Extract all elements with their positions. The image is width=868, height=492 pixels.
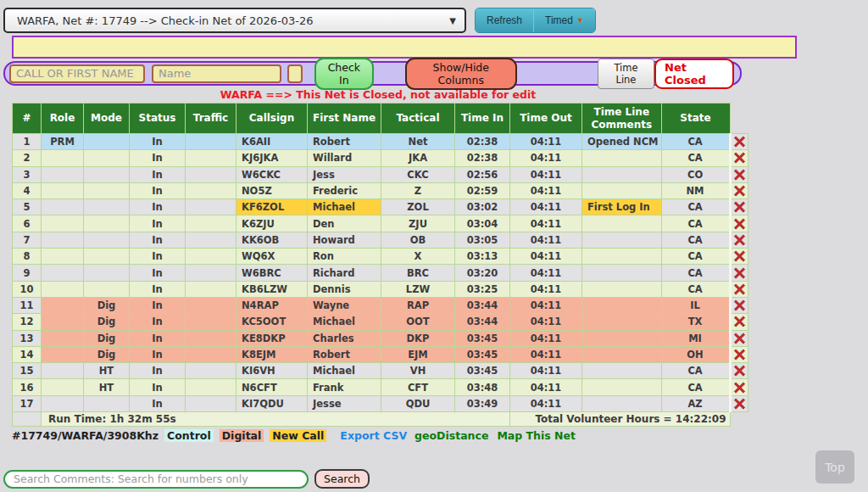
column-header[interactable]: Time Out bbox=[510, 103, 582, 134]
delete-row-button[interactable] bbox=[730, 150, 748, 166]
cell-tactical: X bbox=[381, 249, 455, 265]
delete-row-button[interactable] bbox=[730, 363, 748, 379]
table-row: 17InKI7QDUJesseQDU03:4904:11AZ bbox=[13, 395, 748, 411]
cell-mode bbox=[84, 395, 130, 411]
column-header[interactable]: # bbox=[13, 103, 42, 134]
delete-row-button[interactable] bbox=[730, 249, 748, 265]
delete-row-button[interactable] bbox=[730, 379, 748, 395]
cell-time_in: 02:38 bbox=[455, 134, 510, 150]
column-header[interactable]: State bbox=[661, 103, 730, 134]
check-in-button[interactable]: Check In bbox=[314, 58, 374, 90]
column-header[interactable]: Callsign bbox=[236, 103, 308, 134]
cell-status: In bbox=[130, 166, 186, 182]
cell-status: In bbox=[130, 215, 186, 232]
red-x-icon bbox=[733, 185, 746, 197]
cell-first_name: Willard bbox=[308, 150, 381, 166]
cell-role bbox=[42, 330, 84, 346]
cell-role bbox=[42, 297, 84, 313]
delete-row-button[interactable] bbox=[730, 314, 748, 330]
cell-first_name: Howard bbox=[308, 232, 381, 248]
red-x-icon bbox=[733, 283, 746, 295]
export-csv-link[interactable]: Export CSV bbox=[340, 429, 407, 442]
call-or-first-name-input[interactable] bbox=[9, 64, 145, 83]
table-row: 11DigInN4RAPWayneRAP03:4404:11IL bbox=[13, 297, 748, 313]
cell-comments bbox=[582, 232, 662, 248]
cell-status: In bbox=[130, 363, 186, 379]
column-header[interactable]: First Name bbox=[308, 103, 381, 134]
table-row: 12DigInKC5OOTMichaelOOT03:4404:11TX bbox=[13, 314, 748, 330]
table-row: 2InKJ6JKAWillardJKA02:3804:11CA bbox=[13, 150, 748, 166]
delete-row-button[interactable] bbox=[730, 346, 748, 362]
cell-num: 16 bbox=[13, 379, 42, 395]
scroll-to-top-button[interactable]: Top bbox=[815, 450, 854, 484]
delete-row-button[interactable] bbox=[730, 215, 748, 232]
cell-time_out: 04:11 bbox=[510, 199, 582, 215]
cell-status: In bbox=[130, 182, 186, 198]
show-hide-columns-button[interactable]: Show/Hide Columns bbox=[405, 58, 517, 90]
column-header[interactable]: Traffic bbox=[186, 103, 236, 134]
cell-status: In bbox=[130, 265, 186, 281]
search-comments-input[interactable] bbox=[3, 470, 309, 489]
legend-row: #17749/WARFA/3908Khz Control Digital New… bbox=[12, 429, 868, 442]
name-input[interactable] bbox=[152, 64, 281, 83]
delete-row-button[interactable] bbox=[730, 395, 748, 411]
geo-distance-link[interactable]: geoDistance bbox=[415, 429, 488, 442]
cell-comments bbox=[582, 182, 662, 198]
delete-row-button[interactable] bbox=[730, 134, 748, 150]
column-header[interactable]: Mode bbox=[84, 103, 130, 134]
cell-callsign: KI6VH bbox=[236, 363, 308, 379]
cell-comments bbox=[582, 363, 662, 379]
red-x-icon bbox=[733, 152, 746, 164]
column-header[interactable]: Time Line Comments bbox=[582, 103, 662, 134]
cell-status: In bbox=[130, 346, 186, 362]
delete-row-button[interactable] bbox=[730, 166, 748, 182]
column-header[interactable]: Time In bbox=[455, 103, 510, 134]
net-select[interactable]: WARFA, Net #: 17749 --> Check-in Net of … bbox=[3, 8, 466, 33]
cell-num: 6 bbox=[13, 215, 42, 232]
cell-status: In bbox=[130, 330, 186, 346]
cell-tactical: Net bbox=[381, 134, 455, 150]
cell-state: CA bbox=[661, 281, 730, 297]
delete-row-button[interactable] bbox=[730, 281, 748, 297]
cell-comments: First Log In bbox=[582, 199, 662, 215]
column-header[interactable]: Role bbox=[42, 103, 84, 134]
checkin-table: #RoleModeStatusTrafficCallsignFirst Name… bbox=[12, 103, 748, 427]
red-x-icon bbox=[733, 267, 746, 279]
column-header[interactable]: Status bbox=[130, 103, 186, 134]
delete-row-button[interactable] bbox=[730, 330, 748, 346]
timed-button[interactable]: Timed ▼ bbox=[533, 8, 595, 32]
delete-row-button[interactable] bbox=[730, 182, 748, 198]
cell-first_name: Dennis bbox=[308, 281, 381, 297]
map-this-net-link[interactable]: Map This Net bbox=[497, 429, 576, 442]
cell-num: 2 bbox=[13, 150, 42, 166]
cell-traffic bbox=[186, 330, 236, 346]
mini-input[interactable] bbox=[287, 64, 303, 83]
refresh-button[interactable]: Refresh bbox=[476, 8, 533, 32]
chevron-down-icon: ▼ bbox=[576, 16, 584, 25]
red-x-icon bbox=[733, 382, 746, 394]
cell-num: 14 bbox=[13, 346, 42, 362]
delete-row-button[interactable] bbox=[730, 297, 748, 313]
delete-row-button[interactable] bbox=[730, 265, 748, 281]
cell-status: In bbox=[130, 232, 186, 248]
cell-status: In bbox=[130, 281, 186, 297]
delete-row-button[interactable] bbox=[730, 199, 748, 215]
column-header[interactable]: Tactical bbox=[381, 103, 455, 134]
cell-tactical: RAP bbox=[381, 297, 455, 313]
new-call-legend-chip: New Call bbox=[270, 429, 326, 442]
cell-first_name: Charles bbox=[308, 330, 381, 346]
cell-mode bbox=[84, 281, 130, 297]
cell-time_out: 04:11 bbox=[510, 379, 582, 395]
cell-state: NM bbox=[661, 182, 730, 198]
cell-comments bbox=[582, 265, 662, 281]
cell-role bbox=[42, 215, 84, 232]
cell-status: In bbox=[130, 134, 186, 150]
cell-num: 17 bbox=[13, 395, 42, 411]
time-line-button[interactable]: Time Line bbox=[598, 59, 654, 89]
cell-callsign: KJ6JKA bbox=[236, 150, 308, 166]
cell-num: 12 bbox=[13, 314, 42, 330]
search-button[interactable]: Search bbox=[314, 469, 370, 489]
cell-mode bbox=[84, 150, 130, 166]
delete-row-button[interactable] bbox=[730, 232, 748, 248]
cell-num: 15 bbox=[13, 363, 42, 379]
